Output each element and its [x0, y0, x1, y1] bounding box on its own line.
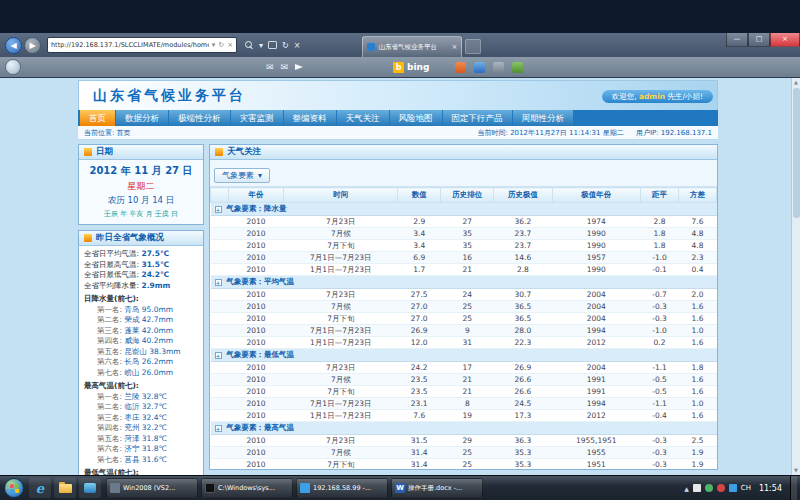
browser-forward-button[interactable]: ▶: [24, 37, 41, 54]
expander-icon[interactable]: +: [215, 279, 222, 286]
table-row: 20107月1日—7月23日6.91614.61957-1.02.3: [211, 252, 717, 264]
maximize-button[interactable]: □: [748, 33, 770, 47]
search-cluster: ▾ ↻ ×: [245, 41, 300, 50]
taskbar-window-button[interactable]: 192.168.58.99 -...: [296, 478, 388, 498]
welcome-suffix: 先生/小姐!: [665, 92, 703, 101]
table-cell: -0.7: [641, 289, 679, 301]
send-icon[interactable]: [295, 64, 303, 70]
nav-item-整编资料[interactable]: 整编资料: [284, 110, 336, 126]
language-indicator[interactable]: CH: [741, 484, 751, 492]
ranking-item: 第三名: 枣庄 32.4℃: [84, 413, 198, 424]
network-icon[interactable]: [729, 484, 737, 492]
compatibility-view-icon[interactable]: [268, 41, 277, 49]
show-desktop-button[interactable]: [790, 476, 797, 500]
toolbar-icon-green[interactable]: [512, 62, 523, 73]
toolbar-icon-blue[interactable]: [474, 62, 485, 73]
row-spacer-cell: [211, 410, 229, 422]
toolbar-icon-orange[interactable]: [455, 62, 466, 73]
media-app-icon[interactable]: [79, 478, 101, 498]
address-bar[interactable]: http://192.168.137.1/SLCCLIMATE/modules/…: [47, 37, 237, 53]
weather-icon: [84, 234, 92, 242]
taskbar-window-button[interactable]: Win2008 (VS2...: [106, 478, 198, 498]
expander-icon[interactable]: +: [215, 425, 222, 432]
nav-item-周期性分析[interactable]: 周期性分析: [513, 110, 574, 126]
table-cell: -0.1: [641, 264, 679, 276]
table-cell: 19: [441, 410, 494, 422]
table-group-row[interactable]: +气象要素：降水量: [211, 203, 717, 216]
nav-item-固定下行产品[interactable]: 固定下行产品: [443, 110, 512, 126]
nav-item-极端性分析[interactable]: 极端性分析: [169, 110, 230, 126]
toolbar-icon-grey[interactable]: [493, 62, 504, 73]
ie-icon[interactable]: e: [29, 478, 51, 498]
rank-value: 32.4℃: [142, 413, 167, 422]
search-dropdown-icon[interactable]: ▾: [259, 41, 263, 50]
browser-back-button[interactable]: ◀: [5, 37, 22, 54]
summary-stat: 全省日最高气温: 31.5℃: [84, 260, 198, 271]
table-cell: 35: [441, 240, 494, 252]
mail-icon[interactable]: ✉: [281, 62, 289, 72]
table-cell: 27: [441, 216, 494, 228]
stat-value: 27.5℃: [141, 249, 169, 258]
address-dropdown-icon[interactable]: ▾: [212, 41, 216, 49]
taskbar-window-button[interactable]: C:\Windows\sys...: [201, 478, 293, 498]
taskbar-clock[interactable]: 11:54: [759, 484, 782, 493]
group-cell[interactable]: +气象要素：降水量: [211, 203, 717, 216]
taskbar-window-buttons: Win2008 (VS2...C:\Windows\sys...192.168.…: [106, 478, 483, 498]
row-spacer-cell: [211, 301, 229, 313]
nav-item-灾害监测[interactable]: 灾害监测: [231, 110, 283, 126]
mail-icon[interactable]: ✉: [266, 62, 274, 72]
start-button[interactable]: [4, 478, 24, 498]
table-cell: 16: [441, 252, 494, 264]
lunar-date: 农历 10 月 14 日: [79, 195, 203, 207]
ranking-item: 第七名: 崂山 26.0mm: [84, 368, 198, 379]
table-cell: 36.5: [494, 313, 552, 325]
group-cell[interactable]: +气象要素：最高气温: [211, 422, 717, 435]
scroll-up-icon[interactable]: ▲: [792, 78, 800, 87]
table-cell: 14.6: [494, 252, 552, 264]
table-group-row[interactable]: +气象要素：最高气温: [211, 422, 717, 435]
table-group-row[interactable]: +气象要素：最低气温: [211, 349, 717, 362]
table-cell: 4.8: [679, 228, 717, 240]
table-group-row[interactable]: +气象要素：平均气温: [211, 276, 717, 289]
group-cell[interactable]: +气象要素：最低气温: [211, 349, 717, 362]
nav-item-首页[interactable]: 首页: [80, 110, 115, 126]
tab-title[interactable]: 山东省气候业务平台: [378, 43, 448, 52]
stop-button-icon[interactable]: ×: [294, 41, 301, 50]
group-cell[interactable]: +气象要素：平均气温: [211, 276, 717, 289]
new-tab-button[interactable]: [465, 39, 481, 54]
row-spacer-cell: [211, 216, 229, 228]
refresh-icon[interactable]: ↻: [218, 41, 224, 49]
scrollbar-thumb[interactable]: [793, 88, 800, 218]
nav-item-数据分析[interactable]: 数据分析: [116, 110, 168, 126]
vertical-scrollbar[interactable]: ▲ ▼: [791, 78, 800, 475]
table-row: 20107月1日—7月23日23.1824.51994-1.11.0: [211, 398, 717, 410]
tray-icon-2[interactable]: [705, 484, 713, 492]
explorer-folder-icon[interactable]: [54, 478, 76, 498]
tray-icon-1[interactable]: [693, 484, 701, 492]
stop-icon[interactable]: ×: [227, 41, 233, 49]
quick-access-icon[interactable]: [5, 59, 21, 75]
expander-icon[interactable]: +: [215, 352, 222, 359]
tray-expand-icon[interactable]: ▲: [684, 485, 689, 492]
tray-icon-3[interactable]: [717, 484, 725, 492]
table-cell: 21: [441, 386, 494, 398]
rank-value: 40.2mm: [142, 336, 173, 345]
tab-close-icon[interactable]: ×: [452, 43, 458, 51]
refresh-button-icon[interactable]: ↻: [282, 41, 289, 50]
welcome-prefix: 欢迎您,: [612, 92, 639, 101]
gregorian-date: 2012 年 11 月 27 日: [79, 164, 203, 178]
search-icon[interactable]: [245, 41, 254, 50]
minimize-button[interactable]: —: [726, 33, 748, 47]
taskbar-window-button[interactable]: W操作手册.docx -...: [391, 478, 483, 498]
nav-item-天气关注[interactable]: 天气关注: [337, 110, 389, 126]
element-filter-button[interactable]: 气象要素 ▾: [214, 168, 270, 183]
nav-item-风险地图[interactable]: 风险地图: [390, 110, 442, 126]
scroll-down-icon[interactable]: ▼: [792, 466, 800, 475]
expander-icon[interactable]: +: [215, 206, 222, 213]
browser-tab[interactable]: 山东省气候业务平台 ×: [362, 36, 462, 57]
table-cell: 1955: [552, 447, 641, 459]
table-row: 20107月候31.42535.31955-0.31.9: [211, 447, 717, 459]
bing-logo[interactable]: b bing: [393, 62, 429, 73]
close-button[interactable]: ×: [770, 33, 800, 47]
address-url[interactable]: http://192.168.137.1/SLCCLIMATE/modules/…: [51, 41, 209, 49]
